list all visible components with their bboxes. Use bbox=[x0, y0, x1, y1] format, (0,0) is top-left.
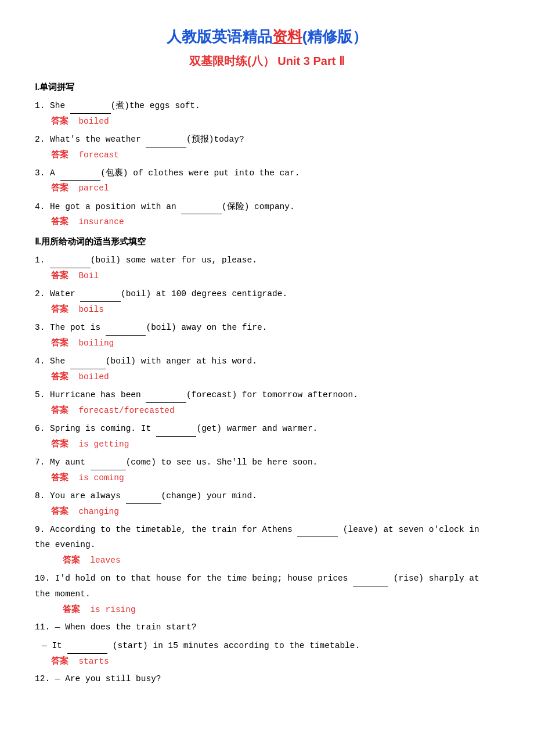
blank-1-1 bbox=[70, 98, 111, 114]
answer-1-2: 答案 forecast bbox=[51, 147, 499, 163]
answer-2-2: 答案 boils bbox=[51, 302, 499, 317]
answer-1-3: 答案 parcel bbox=[51, 181, 499, 196]
blank-2-3 bbox=[106, 319, 146, 336]
answer-1-1: 答案 boiled bbox=[51, 114, 499, 129]
answer-2-8: 答案 changing bbox=[51, 504, 499, 519]
blank-2-6 bbox=[156, 420, 197, 437]
answer-1-4: 答案 insurance bbox=[51, 214, 499, 229]
blank-1-3 bbox=[60, 165, 101, 181]
blank-2-7 bbox=[91, 454, 126, 470]
question-1-1: 1. She (煮)the eggs soft. bbox=[35, 98, 499, 114]
answer-2-1: 答案 Boil bbox=[51, 268, 499, 283]
blank-2-10 bbox=[353, 570, 388, 586]
title-sub: 双基限时练(八） Unit 3 Part Ⅱ bbox=[35, 51, 499, 71]
question-2-11b: — It (start) in 15 minutes according to … bbox=[42, 638, 499, 654]
question-2-8: 8. You are always (change) your mind. bbox=[35, 488, 499, 504]
blank-2-2 bbox=[80, 286, 121, 302]
blank-2-11 bbox=[67, 638, 108, 654]
question-2-2: 2. Water (boil) at 100 degrees centigrad… bbox=[35, 286, 499, 302]
blank-2-9 bbox=[297, 521, 338, 538]
blank-2-1 bbox=[50, 252, 91, 268]
blank-2-8 bbox=[126, 488, 161, 504]
question-2-1: 1. (boil) some water for us, please. bbox=[35, 252, 499, 268]
answer-2-6: 答案 is getting bbox=[51, 437, 499, 452]
title-suffix: (精修版） bbox=[302, 28, 368, 45]
section-1-header: Ⅰ.单词拼写 bbox=[35, 80, 499, 95]
question-2-4: 4. She (boil) with anger at his word. bbox=[35, 353, 499, 369]
blank-2-5 bbox=[146, 387, 186, 403]
page-title: 人教版英语精品资料(精修版） 双基限时练(八） Unit 3 Part Ⅱ bbox=[35, 23, 499, 71]
question-2-6: 6. Spring is coming. It (get) warmer and… bbox=[35, 420, 499, 437]
answer-2-9: 答案 leaves bbox=[63, 553, 499, 568]
question-1-3: 3. A (包裹) of clothes were put into the c… bbox=[35, 165, 499, 181]
answer-2-10: 答案 is rising bbox=[63, 602, 499, 617]
question-2-9: 9. According to the timetable, the train… bbox=[35, 521, 499, 553]
question-2-10: 10. I'd hold on to that house for the ti… bbox=[35, 570, 499, 602]
question-1-2: 2. What's the weather (预报)today? bbox=[35, 131, 499, 147]
question-2-12: 12. — Are you still busy? bbox=[35, 671, 499, 687]
question-1-4: 4. He got a position with an (保险) compan… bbox=[35, 199, 499, 215]
answer-2-5: 答案 forecast/forecasted bbox=[51, 403, 499, 418]
answer-2-11: 答案 starts bbox=[51, 654, 499, 669]
question-2-7: 7. My aunt (come) to see us. She'll be h… bbox=[35, 454, 499, 470]
question-2-5: 5. Hurricane has been (forecast) for tom… bbox=[35, 387, 499, 403]
title-prefix: 人教版英语精品 bbox=[167, 28, 272, 45]
section-2-header: Ⅱ.用所给动词的适当形式填空 bbox=[35, 234, 499, 250]
answer-2-4: 答案 boiled bbox=[51, 369, 499, 384]
title-main: 人教版英语精品资料(精修版） bbox=[35, 23, 499, 51]
question-2-11: 11. — When does the train start? bbox=[35, 620, 499, 635]
answer-2-7: 答案 is coming bbox=[51, 470, 499, 485]
question-2-3: 3. The pot is (boil) away on the fire. bbox=[35, 319, 499, 336]
blank-1-4 bbox=[181, 199, 222, 215]
blank-1-2 bbox=[146, 131, 186, 147]
section-2: Ⅱ.用所给动词的适当形式填空 1. (boil) some water for … bbox=[35, 234, 499, 686]
section-1: Ⅰ.单词拼写 1. She (煮)the eggs soft. 答案 boile… bbox=[35, 80, 499, 230]
blank-2-4 bbox=[70, 353, 106, 369]
answer-2-3: 答案 boiling bbox=[51, 336, 499, 351]
title-highlight: 资料 bbox=[272, 28, 302, 45]
